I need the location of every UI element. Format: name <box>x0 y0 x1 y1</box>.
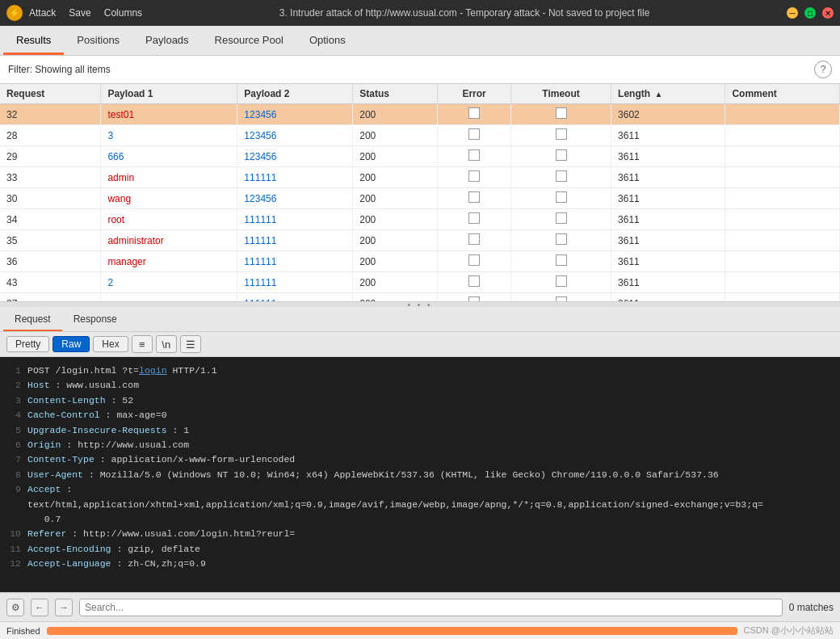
cell-request: 35 <box>0 230 101 251</box>
cell-comment <box>725 230 840 251</box>
filter-bar: Filter: Showing all items ? <box>0 56 840 84</box>
tab-payloads[interactable]: Payloads <box>132 27 201 55</box>
table-row[interactable]: 36 manager 111111 200 3611 <box>0 251 840 272</box>
cell-comment <box>725 188 840 209</box>
line-content: Content-Type : application/x-www-form-ur… <box>27 452 830 467</box>
help-button[interactable]: ? <box>814 61 832 78</box>
nav-forward-button[interactable]: → <box>55 599 73 616</box>
col-payload1[interactable]: Payload 1 <box>101 84 237 104</box>
col-payload2[interactable]: Payload 2 <box>237 84 353 104</box>
search-input[interactable] <box>79 599 783 616</box>
code-toolbar: Pretty Raw Hex ≡ \n ☰ <box>0 332 840 357</box>
line-content: Content-Length : 52 <box>27 393 830 408</box>
cell-comment <box>725 209 840 230</box>
status-text: Finished <box>6 626 40 636</box>
minimize-button[interactable]: ─ <box>787 7 798 19</box>
cell-length: 3611 <box>611 125 725 146</box>
cell-request: 34 <box>0 209 101 230</box>
line-number: 3 <box>10 393 21 408</box>
code-line: text/html,application/xhtml+xml,applicat… <box>10 498 830 528</box>
code-line: 8User-Agent : Mozilla/5.0 (Windows NT 10… <box>10 468 830 482</box>
col-timeout[interactable]: Timeout <box>510 84 611 104</box>
cell-payload2: 111111 <box>237 209 353 230</box>
cell-timeout <box>510 104 611 125</box>
cell-comment <box>725 125 840 146</box>
cell-comment <box>725 146 840 167</box>
tab-resource-pool[interactable]: Resource Pool <box>202 27 296 55</box>
table-row[interactable]: 34 root 111111 200 3611 <box>0 209 840 230</box>
menu-save[interactable]: Save <box>69 7 90 19</box>
tab-options[interactable]: Options <box>296 27 359 55</box>
col-request[interactable]: Request <box>0 84 101 104</box>
cell-request: 36 <box>0 251 101 272</box>
cell-error <box>438 251 511 272</box>
code-line: 6Origin : http://www.usual.com <box>10 438 830 452</box>
menu-attack[interactable]: Attack <box>29 7 56 19</box>
window-controls: ─ □ ✕ <box>787 7 834 19</box>
settings-button[interactable]: ⚙ <box>6 599 24 616</box>
btn-format[interactable]: ≡ <box>132 335 153 353</box>
btn-newline[interactable]: \n <box>156 335 177 353</box>
status-bar: Finished CSDN @小小小站站站 <box>0 621 840 639</box>
tab-request[interactable]: Request <box>3 309 62 331</box>
table-row[interactable]: 43 2 111111 200 3611 <box>0 272 840 293</box>
cell-payload1: root <box>101 209 237 230</box>
col-error[interactable]: Error <box>438 84 511 104</box>
menu-columns[interactable]: Columns <box>104 7 142 19</box>
maximize-button[interactable]: □ <box>804 7 816 19</box>
line-content: Accept : <box>27 482 830 497</box>
cell-error <box>438 104 511 125</box>
cell-error <box>438 209 511 230</box>
cell-timeout <box>510 272 611 293</box>
col-length[interactable]: Length ▲ <box>611 84 725 104</box>
cell-payload1: administrator <box>101 230 237 251</box>
cell-error <box>438 125 511 146</box>
col-status[interactable]: Status <box>353 84 438 104</box>
cell-request: 32 <box>0 104 101 125</box>
filter-text: Filter: Showing all items <box>8 64 111 75</box>
nav-back-button[interactable]: ← <box>31 599 48 616</box>
close-button[interactable]: ✕ <box>822 7 834 19</box>
table-row[interactable]: 33 admin 111111 200 3611 <box>0 167 840 188</box>
line-content: Cache-Control : max-age=0 <box>27 408 830 422</box>
cell-timeout <box>510 188 611 209</box>
cell-payload1: wang <box>101 188 237 209</box>
cell-payload2: 123456 <box>237 104 353 125</box>
line-number: 4 <box>10 408 21 422</box>
matches-badge: 0 matches <box>789 602 834 613</box>
cell-status: 200 <box>353 104 438 125</box>
btn-hex[interactable]: Hex <box>93 336 128 352</box>
cell-payload1: user <box>101 293 237 303</box>
code-line: 7Content-Type : application/x-www-form-u… <box>10 452 830 467</box>
cell-payload2: 123456 <box>237 188 353 209</box>
code-line: 11Accept-Encoding : gzip, deflate <box>10 542 830 557</box>
code-display[interactable]: 1POST /login.html ?t=login HTTP/1.12Host… <box>0 357 840 592</box>
btn-menu[interactable]: ☰ <box>180 335 201 353</box>
table-row[interactable]: 30 wang 123456 200 3611 <box>0 188 840 209</box>
btn-pretty[interactable]: Pretty <box>6 336 49 352</box>
code-line: 1POST /login.html ?t=login HTTP/1.1 <box>10 364 830 378</box>
btn-raw[interactable]: Raw <box>52 336 90 352</box>
table-row[interactable]: 28 3 123456 200 3611 <box>0 125 840 146</box>
table-row[interactable]: 32 test01 123456 200 3602 <box>0 104 840 125</box>
code-line: 9Accept : <box>10 482 830 497</box>
tab-results[interactable]: Results <box>3 27 64 55</box>
cell-error <box>438 230 511 251</box>
cell-error <box>438 293 511 303</box>
table-row[interactable]: 35 administrator 111111 200 3611 <box>0 230 840 251</box>
cell-payload1: 666 <box>101 146 237 167</box>
cell-comment <box>725 272 840 293</box>
line-content: Accept-Language : zh-CN,zh;q=0.9 <box>27 557 830 571</box>
cell-error <box>438 167 511 188</box>
cell-status: 200 <box>353 146 438 167</box>
line-number: 1 <box>10 364 21 378</box>
tab-response[interactable]: Response <box>62 309 128 331</box>
table-row[interactable]: 29 666 123456 200 3611 <box>0 146 840 167</box>
tab-positions[interactable]: Positions <box>64 27 132 55</box>
cell-timeout <box>510 167 611 188</box>
line-number: 6 <box>10 438 21 452</box>
cell-status: 200 <box>353 167 438 188</box>
cell-payload2: 111111 <box>237 251 353 272</box>
col-comment[interactable]: Comment <box>725 84 840 104</box>
cell-timeout <box>510 146 611 167</box>
